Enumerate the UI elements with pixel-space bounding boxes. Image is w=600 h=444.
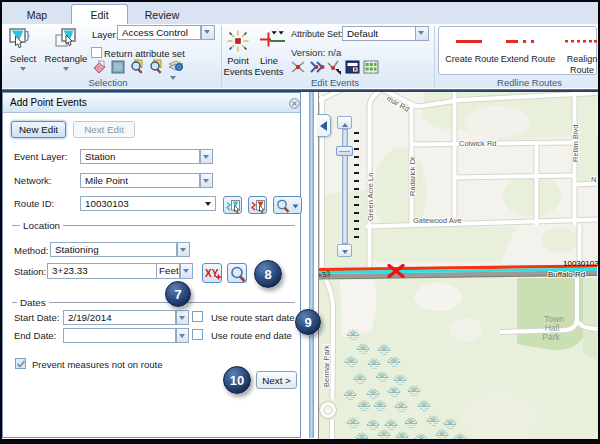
svg-text:10030103: 10030103 xyxy=(563,259,598,268)
svg-text:Bermar Park: Bermar Park xyxy=(322,345,331,387)
svg-text:Radarick Dr: Radarick Dr xyxy=(408,156,417,196)
svg-text:N: N xyxy=(591,175,596,184)
svg-text:Gatewood Ave: Gatewood Ave xyxy=(413,216,462,225)
svg-text:}: } xyxy=(26,29,30,41)
svg-text:Colwick Rd: Colwick Rd xyxy=(459,139,497,148)
svg-text:+33: +33 xyxy=(319,269,331,280)
svg-text:Park: Park xyxy=(542,332,560,342)
svg-text:Rellim Blvd: Rellim Blvd xyxy=(571,124,580,162)
svg-text:Green Acre Ln: Green Acre Ln xyxy=(366,173,375,221)
svg-text:Buffalo Rd: Buffalo Rd xyxy=(548,270,585,279)
